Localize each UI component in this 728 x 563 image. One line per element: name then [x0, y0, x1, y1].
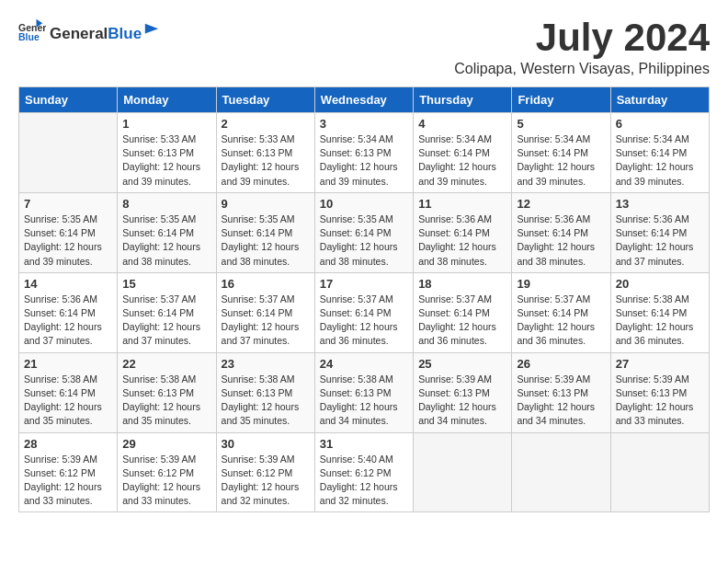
day-info: Sunrise: 5:39 AM Sunset: 6:12 PM Dayligh…: [122, 453, 210, 509]
logo: General Blue General Blue: [18, 18, 160, 46]
week-row-2: 7Sunrise: 5:35 AM Sunset: 6:14 PM Daylig…: [19, 192, 710, 272]
day-info: Sunrise: 5:37 AM Sunset: 6:14 PM Dayligh…: [517, 293, 605, 349]
svg-text:Blue: Blue: [18, 31, 40, 42]
day-number: 17: [320, 277, 408, 291]
day-number: 24: [320, 357, 408, 371]
calendar-cell: 1Sunrise: 5:33 AM Sunset: 6:13 PM Daylig…: [118, 113, 216, 193]
day-number: 13: [616, 197, 704, 211]
week-row-4: 21Sunrise: 5:38 AM Sunset: 6:14 PM Dayli…: [19, 352, 710, 432]
calendar-cell: 12Sunrise: 5:36 AM Sunset: 6:14 PM Dayli…: [512, 192, 610, 272]
day-number: 11: [418, 197, 506, 211]
calendar-cell: 4Sunrise: 5:34 AM Sunset: 6:14 PM Daylig…: [414, 113, 512, 193]
day-info: Sunrise: 5:38 AM Sunset: 6:13 PM Dayligh…: [222, 373, 310, 429]
day-number: 31: [320, 437, 408, 451]
day-number: 27: [616, 357, 704, 371]
title-area: July 2024 Colipapa, Western Visayas, Phi…: [454, 18, 710, 77]
day-info: Sunrise: 5:37 AM Sunset: 6:14 PM Dayligh…: [418, 293, 506, 349]
day-number: 30: [222, 437, 310, 451]
day-number: 28: [24, 437, 112, 451]
calendar-cell: 17Sunrise: 5:37 AM Sunset: 6:14 PM Dayli…: [314, 272, 413, 352]
calendar-cell: 6Sunrise: 5:34 AM Sunset: 6:14 PM Daylig…: [610, 113, 709, 193]
logo-general-text: General: [50, 25, 108, 43]
calendar-cell: 10Sunrise: 5:35 AM Sunset: 6:14 PM Dayli…: [314, 192, 413, 272]
day-number: 8: [122, 197, 210, 211]
weekday-header-friday: Friday: [512, 87, 610, 113]
day-number: 6: [616, 117, 704, 131]
calendar-table: SundayMondayTuesdayWednesdayThursdayFrid…: [18, 86, 710, 512]
calendar-cell: 22Sunrise: 5:38 AM Sunset: 6:13 PM Dayli…: [118, 352, 216, 432]
day-number: 3: [320, 117, 408, 131]
week-row-3: 14Sunrise: 5:36 AM Sunset: 6:14 PM Dayli…: [19, 272, 710, 352]
calendar-cell: 21Sunrise: 5:38 AM Sunset: 6:14 PM Dayli…: [19, 352, 118, 432]
svg-marker-3: [145, 23, 158, 33]
day-number: 22: [122, 357, 210, 371]
day-number: 10: [320, 197, 408, 211]
calendar-cell: 28Sunrise: 5:39 AM Sunset: 6:12 PM Dayli…: [19, 432, 118, 512]
calendar-cell: 14Sunrise: 5:36 AM Sunset: 6:14 PM Dayli…: [19, 272, 118, 352]
location-subtitle: Colipapa, Western Visayas, Philippines: [454, 61, 710, 77]
day-info: Sunrise: 5:35 AM Sunset: 6:14 PM Dayligh…: [222, 213, 310, 269]
header: General Blue General Blue July 2024 Coli…: [18, 18, 710, 77]
calendar-cell: [414, 432, 512, 512]
day-info: Sunrise: 5:34 AM Sunset: 6:14 PM Dayligh…: [517, 132, 605, 189]
day-info: Sunrise: 5:36 AM Sunset: 6:14 PM Dayligh…: [517, 213, 605, 269]
calendar-cell: 2Sunrise: 5:33 AM Sunset: 6:13 PM Daylig…: [216, 113, 314, 193]
day-info: Sunrise: 5:34 AM Sunset: 6:13 PM Dayligh…: [320, 132, 408, 189]
day-number: 15: [122, 277, 210, 291]
day-number: 18: [418, 277, 506, 291]
day-info: Sunrise: 5:34 AM Sunset: 6:14 PM Dayligh…: [418, 132, 506, 189]
day-info: Sunrise: 5:38 AM Sunset: 6:13 PM Dayligh…: [122, 373, 210, 429]
logo-icon: General Blue: [18, 18, 46, 46]
day-info: Sunrise: 5:39 AM Sunset: 6:12 PM Dayligh…: [24, 453, 112, 509]
weekday-header-thursday: Thursday: [414, 87, 512, 113]
day-info: Sunrise: 5:36 AM Sunset: 6:14 PM Dayligh…: [418, 213, 506, 269]
calendar-cell: 16Sunrise: 5:37 AM Sunset: 6:14 PM Dayli…: [216, 272, 314, 352]
calendar-cell: [19, 113, 118, 193]
day-number: 21: [24, 357, 112, 371]
day-info: Sunrise: 5:35 AM Sunset: 6:14 PM Dayligh…: [24, 213, 112, 269]
logo-blue-text: Blue: [108, 25, 142, 43]
calendar-cell: 26Sunrise: 5:39 AM Sunset: 6:13 PM Dayli…: [512, 352, 610, 432]
day-info: Sunrise: 5:38 AM Sunset: 6:13 PM Dayligh…: [320, 373, 408, 429]
weekday-header-monday: Monday: [118, 87, 216, 113]
day-info: Sunrise: 5:35 AM Sunset: 6:14 PM Dayligh…: [320, 213, 408, 269]
day-info: Sunrise: 5:37 AM Sunset: 6:14 PM Dayligh…: [320, 293, 408, 349]
calendar-cell: 29Sunrise: 5:39 AM Sunset: 6:12 PM Dayli…: [118, 432, 216, 512]
calendar-cell: 27Sunrise: 5:39 AM Sunset: 6:13 PM Dayli…: [610, 352, 709, 432]
week-row-5: 28Sunrise: 5:39 AM Sunset: 6:12 PM Dayli…: [19, 432, 710, 512]
day-number: 5: [517, 117, 605, 131]
calendar-cell: 8Sunrise: 5:35 AM Sunset: 6:14 PM Daylig…: [118, 192, 216, 272]
calendar-cell: 30Sunrise: 5:39 AM Sunset: 6:12 PM Dayli…: [216, 432, 314, 512]
day-number: 12: [517, 197, 605, 211]
day-info: Sunrise: 5:36 AM Sunset: 6:14 PM Dayligh…: [24, 293, 112, 349]
flag-icon: [143, 22, 160, 39]
day-info: Sunrise: 5:39 AM Sunset: 6:13 PM Dayligh…: [418, 373, 506, 429]
calendar-cell: 15Sunrise: 5:37 AM Sunset: 6:14 PM Dayli…: [118, 272, 216, 352]
day-info: Sunrise: 5:33 AM Sunset: 6:13 PM Dayligh…: [222, 132, 310, 189]
day-number: 2: [222, 117, 310, 131]
calendar-header: SundayMondayTuesdayWednesdayThursdayFrid…: [19, 87, 710, 113]
calendar-cell: 13Sunrise: 5:36 AM Sunset: 6:14 PM Dayli…: [610, 192, 709, 272]
day-number: 23: [222, 357, 310, 371]
day-info: Sunrise: 5:39 AM Sunset: 6:13 PM Dayligh…: [616, 373, 704, 429]
day-info: Sunrise: 5:39 AM Sunset: 6:13 PM Dayligh…: [517, 373, 605, 429]
weekday-header-row: SundayMondayTuesdayWednesdayThursdayFrid…: [19, 87, 710, 113]
day-number: 14: [24, 277, 112, 291]
day-info: Sunrise: 5:40 AM Sunset: 6:12 PM Dayligh…: [320, 453, 408, 509]
day-info: Sunrise: 5:33 AM Sunset: 6:13 PM Dayligh…: [122, 132, 210, 189]
day-number: 9: [222, 197, 310, 211]
calendar-cell: 11Sunrise: 5:36 AM Sunset: 6:14 PM Dayli…: [414, 192, 512, 272]
calendar-cell: [512, 432, 610, 512]
calendar-cell: 24Sunrise: 5:38 AM Sunset: 6:13 PM Dayli…: [314, 352, 413, 432]
weekday-header-wednesday: Wednesday: [314, 87, 413, 113]
day-number: 20: [616, 277, 704, 291]
day-number: 25: [418, 357, 506, 371]
calendar-cell: 23Sunrise: 5:38 AM Sunset: 6:13 PM Dayli…: [216, 352, 314, 432]
calendar-cell: 7Sunrise: 5:35 AM Sunset: 6:14 PM Daylig…: [19, 192, 118, 272]
weekday-header-saturday: Saturday: [610, 87, 709, 113]
calendar-cell: 20Sunrise: 5:38 AM Sunset: 6:14 PM Dayli…: [610, 272, 709, 352]
calendar-cell: [610, 432, 709, 512]
day-number: 7: [24, 197, 112, 211]
calendar-cell: 18Sunrise: 5:37 AM Sunset: 6:14 PM Dayli…: [414, 272, 512, 352]
day-number: 4: [418, 117, 506, 131]
